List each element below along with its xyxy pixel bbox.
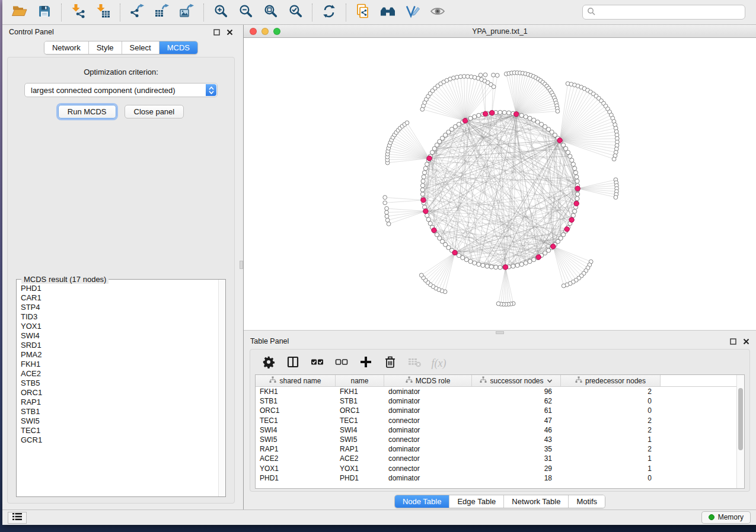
export-image-icon bbox=[179, 4, 194, 21]
delete-column-button[interactable] bbox=[382, 355, 398, 371]
tab-mcds[interactable]: MCDS bbox=[160, 41, 197, 54]
table-row[interactable]: ACE2ACE2connector311 bbox=[256, 454, 744, 463]
vertical-splitter-handle[interactable] bbox=[240, 261, 243, 269]
import-network-button[interactable] bbox=[67, 2, 90, 23]
float-table-panel-icon[interactable] bbox=[730, 338, 736, 345]
tab-select[interactable]: Select bbox=[122, 41, 160, 54]
share-document-button[interactable] bbox=[352, 2, 374, 23]
toolbar-separator bbox=[61, 4, 62, 21]
refresh-view-button[interactable] bbox=[318, 2, 340, 23]
export-image-button[interactable] bbox=[176, 2, 198, 23]
search-field[interactable] bbox=[582, 5, 745, 20]
table-settings-button[interactable] bbox=[261, 355, 276, 371]
mcds-result-item[interactable]: PMA2 bbox=[21, 350, 218, 360]
tab-node-table[interactable]: Node Table bbox=[395, 495, 450, 508]
column-visibility-button[interactable] bbox=[285, 355, 301, 371]
table-scrollbar-thumb[interactable] bbox=[738, 388, 743, 450]
tab-network[interactable]: Network bbox=[44, 41, 89, 54]
close-panel-button[interactable]: Close panel bbox=[125, 105, 184, 118]
mcds-result-item[interactable]: TEC1 bbox=[21, 426, 218, 435]
mcds-result-item[interactable]: ORC1 bbox=[21, 388, 218, 398]
column-header-successor-nodes[interactable]: successor nodes bbox=[472, 375, 561, 386]
zoom-selected-button[interactable] bbox=[284, 2, 307, 23]
import-table-button[interactable] bbox=[92, 2, 114, 23]
table-row[interactable]: RAP1RAP1dominator352 bbox=[256, 444, 744, 454]
tab-network-table[interactable]: Network Table bbox=[504, 495, 569, 508]
open-file-button[interactable] bbox=[8, 2, 31, 23]
network-graph-svg[interactable] bbox=[244, 38, 756, 330]
minimize-window-icon[interactable] bbox=[261, 28, 269, 35]
search-icon bbox=[587, 7, 595, 18]
delete-table-button bbox=[407, 355, 422, 371]
select-stepper-icon bbox=[206, 84, 216, 96]
criterion-select[interactable]: largest connected component (undirected) bbox=[24, 83, 218, 97]
table-row[interactable]: PHD1PHD1dominator180 bbox=[256, 473, 744, 483]
maximize-window-icon[interactable] bbox=[273, 28, 280, 35]
table-panel-title: Table Panel bbox=[250, 337, 289, 345]
table-row[interactable]: SWI5SWI5connector431 bbox=[256, 435, 744, 444]
add-column-button[interactable] bbox=[358, 355, 374, 371]
find-network-button[interactable] bbox=[377, 2, 399, 23]
table-row[interactable]: FKH1FKH1dominator962 bbox=[256, 387, 744, 396]
memory-button[interactable]: Memory bbox=[701, 511, 751, 524]
mcds-result-item[interactable]: CAR1 bbox=[21, 293, 218, 303]
horizontal-splitter[interactable] bbox=[244, 330, 756, 334]
mcds-result-item[interactable]: PHD1 bbox=[21, 284, 218, 293]
save-session-button[interactable] bbox=[33, 2, 56, 23]
mcds-result-item[interactable]: STB1 bbox=[21, 407, 218, 416]
column-header-shared-name[interactable]: shared name bbox=[256, 375, 336, 386]
search-input[interactable] bbox=[598, 8, 741, 17]
mcds-result-item[interactable]: STB5 bbox=[21, 379, 218, 388]
table-row[interactable]: YOX1YOX1connector291 bbox=[256, 464, 744, 473]
table-scrollbar[interactable] bbox=[736, 375, 744, 488]
zoom-out-button[interactable] bbox=[234, 2, 257, 23]
mcds-result-item[interactable]: SRD1 bbox=[21, 341, 218, 350]
mcds-result-scrollbar[interactable] bbox=[218, 280, 225, 496]
export-network-button[interactable] bbox=[126, 2, 148, 23]
tab-edge-table[interactable]: Edge Table bbox=[449, 495, 504, 508]
tab-style[interactable]: Style bbox=[89, 41, 122, 54]
visual-style-button[interactable] bbox=[401, 2, 424, 23]
table-row[interactable]: SWI4SWI4dominator462 bbox=[256, 425, 744, 435]
mcds-result-item[interactable]: SWI4 bbox=[21, 331, 218, 341]
console-button[interactable] bbox=[8, 512, 27, 524]
mcds-result-item[interactable]: TID3 bbox=[21, 312, 218, 322]
table-row[interactable]: TEC1TEC1connector472 bbox=[256, 416, 744, 425]
column-header-name[interactable]: name bbox=[336, 375, 384, 386]
zoom-in-button[interactable] bbox=[209, 2, 232, 23]
mcds-result-item[interactable]: RAP1 bbox=[21, 398, 218, 407]
table-row[interactable]: ORC1ORC1dominator610 bbox=[256, 406, 744, 415]
vertical-splitter[interactable] bbox=[240, 25, 244, 509]
mcds-result-item[interactable]: FKH1 bbox=[21, 360, 218, 369]
cell-successor-nodes: 29 bbox=[472, 464, 561, 473]
mcds-result-item[interactable]: ACE2 bbox=[21, 369, 218, 379]
network-window-titlebar[interactable]: YPA_prune.txt_1 bbox=[244, 25, 756, 38]
mcds-result-item[interactable]: STP4 bbox=[21, 303, 218, 312]
delete-table-icon bbox=[407, 356, 422, 370]
float-panel-icon[interactable] bbox=[213, 29, 220, 36]
sort-desc-icon bbox=[547, 377, 553, 385]
close-window-icon[interactable] bbox=[250, 28, 257, 35]
mcds-result-item[interactable]: GCR1 bbox=[21, 435, 218, 445]
cell-shared-name: SWI5 bbox=[256, 435, 336, 444]
mcds-result-title: MCDS result (17 nodes) bbox=[21, 275, 109, 284]
column-header-MCDS-role[interactable]: MCDS role bbox=[384, 375, 472, 386]
export-table-button[interactable] bbox=[151, 2, 173, 23]
column-header-predecessor-nodes[interactable]: predecessor nodes bbox=[561, 375, 661, 386]
criterion-select-value: largest connected component (undirected) bbox=[31, 86, 176, 95]
deselect-all-rows-button[interactable] bbox=[334, 355, 349, 371]
network-canvas[interactable] bbox=[244, 38, 756, 330]
zoom-fit-button[interactable] bbox=[259, 2, 282, 23]
run-mcds-button[interactable]: Run MCDS bbox=[58, 105, 116, 118]
tab-motifs[interactable]: Motifs bbox=[569, 495, 605, 508]
mcds-result-item[interactable]: SWI5 bbox=[21, 416, 218, 426]
mcds-result-item[interactable]: YOX1 bbox=[21, 322, 218, 331]
table-row[interactable]: STB1STB1dominator620 bbox=[256, 396, 744, 406]
close-table-panel-icon[interactable] bbox=[743, 338, 749, 345]
show-details-button[interactable] bbox=[426, 2, 449, 23]
horizontal-splitter-handle[interactable] bbox=[496, 331, 504, 334]
close-panel-icon[interactable] bbox=[227, 29, 233, 36]
select-all-rows-button[interactable] bbox=[310, 355, 325, 371]
cell-successor-nodes: 35 bbox=[472, 445, 561, 453]
cell-MCDS-role: dominator bbox=[384, 445, 472, 453]
